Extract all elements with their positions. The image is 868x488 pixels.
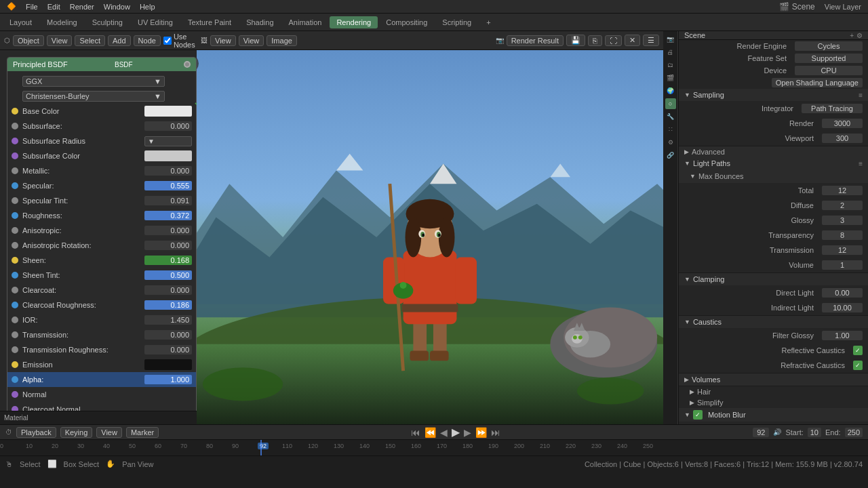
- tab-add[interactable]: +: [479, 16, 497, 28]
- tab-texture-paint[interactable]: Texture Paint: [181, 16, 238, 28]
- ior-field[interactable]: 1.450: [144, 315, 192, 325]
- render-engine-value[interactable]: Cycles: [795, 41, 863, 51]
- alpha-field[interactable]: 1.000: [144, 375, 192, 384]
- advanced-header[interactable]: ▶ Advanced: [679, 146, 868, 157]
- physics-props-icon[interactable]: ⚙: [665, 137, 676, 148]
- tab-layout[interactable]: Layout: [3, 16, 39, 28]
- feature-set-value[interactable]: Supported: [795, 54, 863, 63]
- menu-render[interactable]: Render: [66, 1, 98, 12]
- transmission-field[interactable]: 0.000: [144, 330, 192, 340]
- motion-blur-checkbox[interactable]: ✓: [693, 410, 703, 420]
- output-props-icon[interactable]: 🖨: [665, 47, 676, 58]
- integrator-value[interactable]: Path Tracing: [802, 104, 863, 113]
- image-btn[interactable]: Image: [267, 35, 297, 46]
- marker-btn[interactable]: Marker: [126, 427, 159, 438]
- tab-rendering[interactable]: Rendering: [330, 16, 378, 28]
- tab-scripting[interactable]: Scripting: [435, 16, 478, 28]
- transparency-value[interactable]: 8: [822, 230, 863, 240]
- tab-modeling[interactable]: Modeling: [40, 16, 84, 28]
- tab-shading[interactable]: Shading: [239, 16, 280, 28]
- base-color-swatch[interactable]: [144, 106, 192, 117]
- render-fullscreen-btn[interactable]: ⛶: [605, 35, 622, 46]
- view-btn[interactable]: View: [47, 35, 73, 46]
- view3-btn[interactable]: View: [210, 35, 236, 46]
- volumes-header[interactable]: ▶ Volumes: [679, 373, 868, 386]
- scene-add-icon[interactable]: +: [850, 32, 854, 39]
- step-back-btn[interactable]: ⏪: [425, 427, 436, 438]
- roughness-field[interactable]: 0.372: [144, 211, 192, 220]
- modifier-props-icon[interactable]: 🔧: [665, 111, 676, 122]
- world-props-icon[interactable]: 🌍: [665, 85, 676, 96]
- total-value[interactable]: 12: [822, 186, 863, 195]
- render-menu-btn[interactable]: ☰: [643, 35, 659, 46]
- render-props-icon[interactable]: 📷: [665, 34, 676, 45]
- render-close-btn[interactable]: ✕: [625, 35, 640, 46]
- node-btn[interactable]: Node: [134, 35, 161, 46]
- filter-glossy-value[interactable]: 1.00: [822, 331, 863, 340]
- tab-compositing[interactable]: Compositing: [379, 16, 434, 28]
- christensen-selector[interactable]: Christensen-Burley ▼: [22, 91, 165, 102]
- keying-btn[interactable]: Keying: [60, 427, 93, 438]
- current-frame-display[interactable]: 92: [753, 428, 769, 437]
- caustics-header[interactable]: ▼ Caustics: [679, 316, 868, 328]
- jump-to-start-btn[interactable]: ⏮: [411, 427, 420, 438]
- menu-window[interactable]: Window: [100, 1, 134, 12]
- sampling-header[interactable]: ▼ Sampling ≡: [679, 89, 868, 101]
- sheen-tint-field[interactable]: 0.500: [144, 270, 192, 280]
- prev-keyframe-btn[interactable]: ◀: [440, 427, 448, 438]
- light-paths-header[interactable]: ▼ Light Paths ≡: [679, 157, 868, 169]
- menu-edit[interactable]: Edit: [43, 1, 64, 12]
- view4-btn[interactable]: View: [239, 35, 264, 46]
- sheen-field[interactable]: 0.168: [144, 256, 192, 265]
- open-shading-value[interactable]: Open Shading Language: [772, 78, 863, 87]
- ggx-selector[interactable]: GGX ▼: [22, 76, 165, 87]
- transmission-lb-value[interactable]: 12: [822, 245, 863, 255]
- device-value[interactable]: CPU: [795, 66, 863, 75]
- viewport-samples-value[interactable]: 300: [822, 134, 863, 143]
- playback-btn[interactable]: Playback: [16, 427, 56, 438]
- add-btn[interactable]: Add: [108, 35, 131, 46]
- clearcoat-field[interactable]: 0.000: [144, 285, 192, 295]
- start-value[interactable]: 10: [808, 428, 821, 437]
- diffuse-value[interactable]: 2: [822, 201, 863, 210]
- emission-swatch[interactable]: [144, 359, 192, 370]
- view-timeline-btn[interactable]: View: [96, 427, 122, 438]
- motion-blur-header[interactable]: ▼ ✓ Motion Blur: [679, 408, 868, 422]
- render-save-btn[interactable]: 💾: [566, 35, 585, 46]
- step-fwd-btn[interactable]: ⏩: [475, 427, 487, 438]
- glossy-value[interactable]: 3: [822, 216, 863, 225]
- scene-props-icon[interactable]: 🎬: [665, 73, 676, 83]
- scene-settings-icon[interactable]: ⚙: [856, 32, 863, 39]
- subsurface-field[interactable]: 0.000: [144, 121, 192, 131]
- end-value[interactable]: 250: [845, 428, 863, 437]
- direct-light-value[interactable]: 0.00: [822, 288, 863, 298]
- reflective-checkbox[interactable]: ✓: [853, 346, 863, 355]
- next-keyframe-btn[interactable]: ▶: [464, 427, 471, 438]
- metallic-field[interactable]: 0.000: [144, 166, 192, 176]
- menu-help[interactable]: Help: [136, 1, 159, 12]
- refractive-checkbox[interactable]: ✓: [853, 361, 863, 370]
- tab-sculpting[interactable]: Sculpting: [85, 16, 130, 28]
- use-nodes-toggle[interactable]: Use Nodes: [163, 33, 195, 49]
- render-samples-value[interactable]: 3000: [822, 119, 863, 128]
- object-mode-btn[interactable]: Object: [13, 35, 44, 46]
- volume-lb-value[interactable]: 1: [822, 260, 863, 270]
- subsurface-radius-selector[interactable]: ▼: [144, 136, 192, 146]
- transmission-roughness-field[interactable]: 0.000: [144, 345, 192, 354]
- render-copy-btn[interactable]: ⎘: [588, 35, 602, 46]
- view-layer-props-icon[interactable]: 🗂: [665, 60, 676, 70]
- menu-file[interactable]: File: [22, 1, 42, 12]
- clamping-header[interactable]: ▼ Clamping: [679, 273, 868, 285]
- specular-tint-field[interactable]: 0.091: [144, 196, 192, 205]
- particle-props-icon[interactable]: ∷: [665, 124, 676, 135]
- tab-animation[interactable]: Animation: [282, 16, 329, 28]
- max-bounces-header[interactable]: ▼ Max Bounces: [679, 169, 868, 183]
- clearcoat-roughness-field[interactable]: 0.186: [144, 300, 192, 310]
- subsurface-color-swatch[interactable]: [144, 150, 192, 161]
- tab-uv-editing[interactable]: UV Editing: [131, 16, 180, 28]
- menu-blender[interactable]: 🔶: [3, 1, 20, 12]
- anisotropic-rotation-field[interactable]: 0.000: [144, 241, 192, 250]
- object-props-icon[interactable]: ○: [665, 98, 676, 109]
- jump-to-end-btn[interactable]: ⏭: [491, 427, 500, 438]
- anisotropic-field[interactable]: 0.000: [144, 226, 192, 235]
